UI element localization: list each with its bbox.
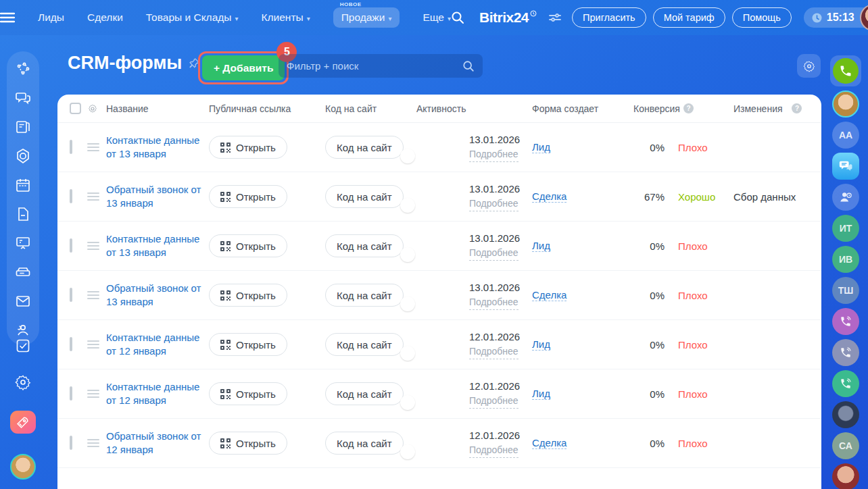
- col-header-site-code[interactable]: Код на сайт: [325, 103, 416, 114]
- details-link[interactable]: Подробнее: [469, 394, 519, 409]
- document-icon[interactable]: [15, 206, 31, 222]
- select-all-checkbox[interactable]: [70, 103, 81, 114]
- site-code-button[interactable]: Код на сайт: [325, 185, 404, 208]
- col-header-name[interactable]: Название: [106, 103, 209, 114]
- call-item[interactable]: [832, 370, 859, 397]
- open-public-link-button[interactable]: Открыть: [209, 185, 287, 208]
- open-public-link-button[interactable]: Открыть: [209, 333, 287, 356]
- user-avatar[interactable]: [860, 4, 868, 31]
- open-public-link-button[interactable]: Открыть: [209, 136, 287, 159]
- site-code-button[interactable]: Код на сайт: [325, 136, 404, 159]
- col-header-activity[interactable]: Активность: [416, 103, 532, 114]
- site-code-button[interactable]: Код на сайт: [325, 234, 404, 257]
- drive-icon[interactable]: [15, 264, 31, 280]
- tasks-icon[interactable]: [15, 338, 31, 354]
- details-link[interactable]: Подробнее: [469, 148, 519, 162]
- entity-link[interactable]: Сделка: [532, 190, 566, 203]
- settings-icon[interactable]: [15, 374, 31, 390]
- details-link[interactable]: Подробнее: [469, 345, 519, 359]
- employees-icon[interactable]: [15, 322, 31, 338]
- row-checkbox[interactable]: [70, 140, 72, 154]
- site-code-button[interactable]: Код на сайт: [325, 382, 404, 405]
- drag-handle-icon[interactable]: [87, 192, 99, 201]
- open-public-link-button[interactable]: Открыть: [209, 234, 287, 257]
- worktime-widget[interactable]: 15:13: [804, 7, 868, 28]
- form-name-link[interactable]: Контактные данные от 13 января: [106, 233, 199, 258]
- menu-icon[interactable]: [0, 12, 15, 23]
- open-public-link-button[interactable]: Открыть: [209, 382, 287, 405]
- row-checkbox[interactable]: [70, 436, 72, 450]
- pulse-icon[interactable]: [15, 61, 31, 77]
- form-name-link[interactable]: Контактные данные от 12 января: [106, 332, 199, 357]
- form-name-link[interactable]: Контактные данные от 13 января: [106, 134, 199, 159]
- row-checkbox[interactable]: [70, 288, 72, 302]
- help-icon[interactable]: ?: [792, 103, 802, 113]
- entity-link[interactable]: Сделка: [532, 437, 566, 449]
- filter-search-input[interactable]: [287, 60, 462, 72]
- row-checkbox[interactable]: [70, 189, 72, 203]
- details-link[interactable]: Подробнее: [469, 296, 519, 310]
- feed-icon[interactable]: [15, 119, 31, 135]
- row-checkbox[interactable]: [70, 386, 72, 401]
- board-icon[interactable]: [15, 235, 31, 251]
- site-code-button[interactable]: Код на сайт: [325, 432, 404, 455]
- col-header-creates[interactable]: Форма создает: [532, 103, 633, 114]
- help-button[interactable]: Помощь: [732, 7, 792, 28]
- col-header-changes[interactable]: Изменения: [733, 103, 783, 114]
- drag-handle-icon[interactable]: [87, 242, 99, 250]
- row-checkbox[interactable]: [70, 238, 72, 253]
- rocket-button[interactable]: [10, 411, 36, 434]
- col-header-public-link[interactable]: Публичная ссылка: [209, 103, 325, 114]
- nav-sales[interactable]: НОВОЕ Продажи▾: [333, 7, 400, 28]
- nav-clients[interactable]: Клиенты▾: [261, 11, 310, 24]
- filter-search[interactable]: [279, 54, 483, 78]
- contact-avatar[interactable]: [832, 401, 859, 428]
- col-header-conversion[interactable]: Конверсия: [633, 103, 680, 114]
- grid-settings-button[interactable]: [797, 54, 821, 78]
- call-item[interactable]: [832, 339, 859, 366]
- drag-handle-icon[interactable]: [87, 439, 99, 447]
- entity-link[interactable]: Сделка: [532, 289, 566, 301]
- nav-products[interactable]: Товары и Склады▾: [146, 11, 239, 24]
- telephony-button[interactable]: [830, 55, 861, 86]
- tariff-button[interactable]: Мой тариф: [653, 7, 725, 28]
- entity-link[interactable]: Лид: [532, 388, 550, 400]
- form-name-link[interactable]: Обратный звонок от 13 января: [106, 184, 201, 209]
- contact-avatar[interactable]: [832, 463, 859, 489]
- contact-initials[interactable]: ИВ: [832, 246, 859, 273]
- chats-icon[interactable]: [15, 90, 31, 106]
- contact-initials[interactable]: ТШ: [832, 277, 859, 304]
- invite-button[interactable]: Пригласить: [572, 7, 646, 28]
- help-icon[interactable]: ?: [683, 103, 694, 113]
- open-public-link-button[interactable]: Открыть: [209, 284, 287, 307]
- copilot-icon[interactable]: [15, 148, 31, 164]
- site-code-button[interactable]: Код на сайт: [325, 284, 404, 307]
- openlines-chat-icon[interactable]: [832, 153, 859, 180]
- drag-handle-icon[interactable]: [87, 143, 99, 151]
- drag-handle-icon[interactable]: [87, 390, 99, 398]
- sliders-icon[interactable]: [549, 13, 561, 22]
- contact-initials[interactable]: ИТ: [832, 215, 859, 242]
- mail-icon[interactable]: [15, 293, 31, 309]
- person-clock-button[interactable]: [832, 184, 859, 211]
- entity-link[interactable]: Лид: [532, 338, 550, 351]
- form-name-link[interactable]: Контактные данные от 12 января: [106, 381, 199, 406]
- assistant-avatar[interactable]: [10, 454, 36, 480]
- column-settings-icon[interactable]: [87, 103, 98, 114]
- search-icon[interactable]: [451, 11, 464, 24]
- entity-link[interactable]: Лид: [532, 240, 550, 252]
- add-form-button[interactable]: + Добавить: [202, 55, 285, 80]
- entity-link[interactable]: Лид: [532, 141, 550, 153]
- drag-handle-icon[interactable]: [87, 291, 99, 299]
- search-icon[interactable]: [462, 60, 475, 72]
- nav-leads[interactable]: Лиды: [38, 11, 64, 24]
- contact-avatar[interactable]: [832, 91, 859, 118]
- contact-initials[interactable]: АА: [832, 122, 859, 149]
- details-link[interactable]: Подробнее: [469, 197, 519, 211]
- nav-deals[interactable]: Сделки: [87, 11, 123, 24]
- nav-more[interactable]: Еще▾: [423, 11, 451, 24]
- bitrix24-logo[interactable]: Bitrix24: [479, 9, 537, 26]
- details-link[interactable]: Подробнее: [469, 247, 519, 261]
- drag-handle-icon[interactable]: [87, 340, 99, 349]
- site-code-button[interactable]: Код на сайт: [325, 333, 404, 356]
